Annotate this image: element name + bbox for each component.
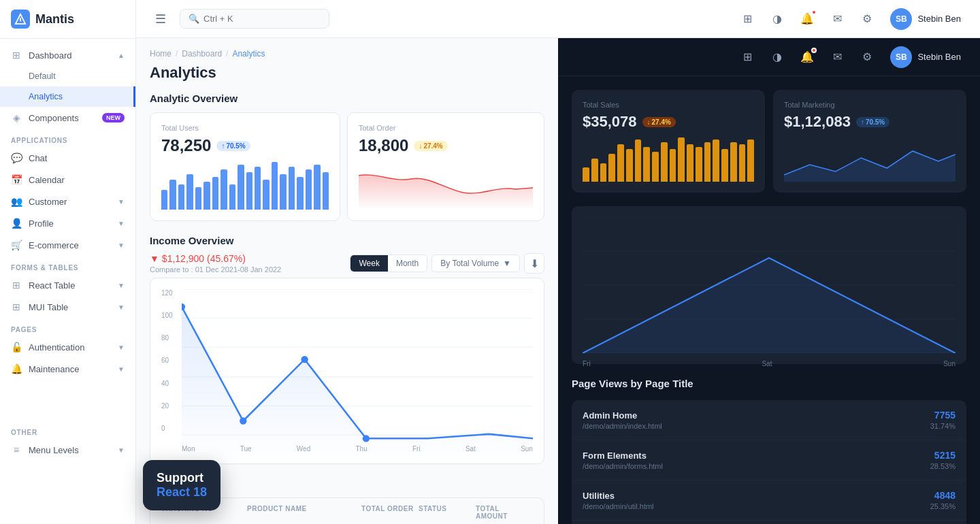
search-box[interactable]: 🔍 xyxy=(180,9,329,29)
pv-pct: 31.74% xyxy=(930,422,956,430)
volume-select[interactable]: By Total Volume ▼ xyxy=(431,255,520,272)
pv-page-name: Utilities xyxy=(583,491,654,501)
pv-count: 4848 xyxy=(930,490,956,501)
bar xyxy=(263,180,269,210)
sidebar-item-chat[interactable]: 💬 Chat xyxy=(0,147,135,169)
bar xyxy=(704,142,711,182)
dark-total-sales-card: Total Sales $35,078 ↓ 27.4% xyxy=(572,90,765,193)
topbar: ☰ 🔍 ⊞ ◑ 🔔 ✉ ⚙ SB Stebin Ben xyxy=(136,0,980,38)
dark-line-chart: Fri Sat Sun xyxy=(583,217,956,353)
right-panel: ⊞ ◑ 🔔 ✉ ⚙ SB Stebin Ben Total Sales xyxy=(558,38,980,524)
bar xyxy=(246,172,252,210)
sidebar-item-components[interactable]: ◈ Components new xyxy=(0,107,135,129)
theme-toggle-button[interactable]: ◑ xyxy=(765,7,789,31)
user-avatar[interactable]: SB Stebin Ben xyxy=(885,5,966,33)
page-view-item: Form Validation /demo/admin/validation.h… xyxy=(572,521,966,524)
grid-view-button[interactable]: ⊞ xyxy=(735,7,760,31)
dark-avatar-circle: SB xyxy=(890,46,912,68)
other-label: Other xyxy=(0,421,135,439)
chevron-down-icon: ▼ xyxy=(503,259,511,268)
customer-icon: 👥 xyxy=(11,196,22,207)
support-toast[interactable]: Support React 18 xyxy=(143,460,220,510)
bar xyxy=(670,149,676,182)
bar xyxy=(635,140,642,182)
col-status: STATUS xyxy=(419,505,476,520)
bar xyxy=(696,147,702,182)
bar xyxy=(297,177,303,210)
week-button[interactable]: Week xyxy=(350,255,387,272)
react-table-icon: ⊞ xyxy=(11,280,22,291)
y-axis: 120 100 80 60 40 20 0 xyxy=(161,289,173,432)
bar xyxy=(643,147,650,182)
income-line-chart: 120 100 80 60 40 20 0 xyxy=(161,289,533,453)
sidebar-item-mui-table[interactable]: ⊞ MUI Table ▼ xyxy=(0,296,135,318)
bar xyxy=(314,165,320,210)
content-area: Home / Dashboard / Analytics Analytics A… xyxy=(136,38,980,524)
ecommerce-icon: 🛒 xyxy=(11,240,22,250)
sidebar-item-react-table[interactable]: ⊞ React Table ▼ xyxy=(0,274,135,296)
sidebar-item-menu-levels[interactable]: ≡ Menu Levels ▼ xyxy=(0,439,135,461)
period-btn-group: Week Month xyxy=(350,255,427,272)
search-input[interactable] xyxy=(203,14,321,24)
sidebar-item-profile[interactable]: 👤 Profile ▼ xyxy=(0,212,135,234)
breadcrumb-home[interactable]: Home xyxy=(150,49,172,59)
dark-topbar: ⊞ ◑ 🔔 ✉ ⚙ SB Stebin Ben xyxy=(558,38,980,76)
sidebar-item-maintenance[interactable]: 🔔 Maintenance ▼ xyxy=(0,358,135,380)
dark-total-sales-value: $35,078 ↓ 27.4% xyxy=(583,113,754,131)
dark-notifications-button[interactable]: 🔔 xyxy=(795,45,819,69)
sidebar-item-analytics[interactable]: Analytics xyxy=(0,86,135,107)
bar xyxy=(272,162,278,210)
applications-label: Applications xyxy=(0,129,135,147)
logo[interactable]: Mantis xyxy=(0,0,135,39)
download-button[interactable]: ⬇ xyxy=(524,253,544,274)
sidebar-item-default[interactable]: Default xyxy=(0,66,135,86)
dark-total-marketing-card: Total Marketing $1,12,083 ↑ 70.5% xyxy=(773,90,966,193)
dark-theme-button[interactable]: ◑ xyxy=(765,45,789,69)
pv-page-path: /demo/admin/util.html xyxy=(583,502,654,510)
menu-toggle-button[interactable]: ☰ xyxy=(150,8,172,30)
pv-page-name: Admin Home xyxy=(583,410,662,421)
logo-text: Mantis xyxy=(35,12,74,27)
left-panel: Home / Dashboard / Analytics Analytics A… xyxy=(136,38,558,524)
settings-button[interactable]: ⚙ xyxy=(855,7,879,31)
dark-user-avatar[interactable]: SB Stebin Ben xyxy=(885,44,966,71)
bar xyxy=(747,140,754,182)
pages-label: Pages xyxy=(0,318,135,336)
total-order-chart xyxy=(359,162,533,210)
auth-icon: 🔓 xyxy=(11,342,22,353)
page-views-card: Admin Home /demo/admin/index.html 7755 3… xyxy=(572,400,966,524)
sidebar-item-customer[interactable]: 👥 Customer ▼ xyxy=(0,191,135,212)
messages-button[interactable]: ✉ xyxy=(825,7,849,31)
page-view-item: Form Elements /demo/admin/forms.html 521… xyxy=(572,440,966,480)
bar xyxy=(203,182,210,210)
chevron-down-icon: ▼ xyxy=(118,365,125,373)
bar xyxy=(608,154,615,182)
bar xyxy=(220,169,227,210)
bar xyxy=(583,167,589,182)
bar xyxy=(626,149,633,182)
notifications-button[interactable]: 🔔 xyxy=(795,7,819,31)
dark-settings-button[interactable]: ⚙ xyxy=(855,45,879,69)
bar xyxy=(739,144,746,182)
sidebar-item-dashboard[interactable]: ⊞ Dashboard ▲ xyxy=(0,44,135,66)
chevron-down-icon: ▼ xyxy=(118,198,125,206)
total-order-value: 18,800 ↓ 27.4% xyxy=(359,136,533,155)
chat-icon: 💬 xyxy=(11,152,22,163)
pv-page-info: Form Elements /demo/admin/forms.html xyxy=(583,451,663,470)
sidebar-item-ecommerce[interactable]: 🛒 E-commerce ▼ xyxy=(0,234,135,256)
forms-tables-label: Forms & Tables xyxy=(0,256,135,274)
dashboard-icon: ⊞ xyxy=(11,50,22,61)
sidebar-item-calendar[interactable]: 📅 Calendar xyxy=(0,169,135,191)
bar xyxy=(169,180,176,210)
pv-pct: 28.53% xyxy=(930,462,956,470)
breadcrumb-current: Analytics xyxy=(232,49,265,59)
svg-point-11 xyxy=(301,356,308,363)
month-button[interactable]: Month xyxy=(388,255,427,272)
sidebar-item-authentication[interactable]: 🔓 Authentication ▼ xyxy=(0,336,135,358)
dark-grid-button[interactable]: ⊞ xyxy=(735,45,760,69)
profile-icon: 👤 xyxy=(11,218,22,229)
col-total-amount: TOTAL AMOUNT xyxy=(476,505,533,520)
dark-messages-button[interactable]: ✉ xyxy=(825,45,849,69)
bar xyxy=(721,149,728,182)
breadcrumb-dashboard[interactable]: Dashboard xyxy=(182,49,222,59)
